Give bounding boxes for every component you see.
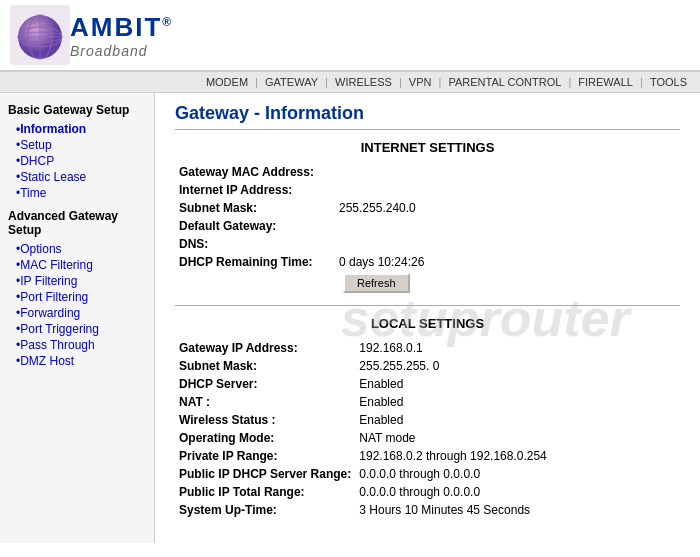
brand-sub: Broadband [70,43,148,59]
table-row: Gateway IP Address: 192.168.0.1 [175,339,680,357]
private-ip-range-value: 192.168.0.2 through 192.168.0.254 [355,447,680,465]
refresh-button[interactable]: Refresh [343,273,410,293]
private-ip-range-label: Private IP Range: [175,447,355,465]
dns-value [335,235,680,253]
gateway-ip-value: 192.168.0.1 [355,339,680,357]
sidebar-item-mac-filtering[interactable]: •MAC Filtering [8,257,146,273]
internet-settings-table: Gateway MAC Address: Internet IP Address… [175,163,680,295]
sidebar-basic-title: Basic Gateway Setup [8,103,146,117]
sidebar-item-time[interactable]: •Time [8,185,146,201]
local-subnet-value: 255.255.255. 0 [355,357,680,375]
nat-value: Enabled [355,393,680,411]
globe-icon [10,5,70,65]
gateway-mac-label: Gateway MAC Address: [175,163,335,181]
table-row: DHCP Server: Enabled [175,375,680,393]
wireless-status-value: Enabled [355,411,680,429]
sidebar-item-options[interactable]: •Options [8,241,146,257]
sidebar-item-dhcp[interactable]: •DHCP [8,153,146,169]
public-total-range-value: 0.0.0.0 through 0.0.0.0 [355,483,680,501]
table-row: Wireless Status : Enabled [175,411,680,429]
dhcp-server-label: DHCP Server: [175,375,355,393]
sidebar-item-setup[interactable]: •Setup [8,137,146,153]
sidebar-item-ip-filtering[interactable]: •IP Filtering [8,273,146,289]
brand-reg: ® [162,15,173,29]
table-row: Subnet Mask: 255.255.240.0 [175,199,680,217]
sidebar-advanced-title: Advanced GatewaySetup [8,209,146,237]
internet-settings-heading: INTERNET SETTINGS [175,140,680,155]
nav-tools[interactable]: TOOLS [650,76,687,88]
sidebar-item-information[interactable]: •Information [8,121,146,137]
sidebar-item-static-lease[interactable]: •Static Lease [8,169,146,185]
section-divider [175,305,680,306]
sidebar-item-pass-through[interactable]: •Pass Through [8,337,146,353]
local-subnet-label: Subnet Mask: [175,357,355,375]
operating-mode-label: Operating Mode: [175,429,355,447]
internet-ip-label: Internet IP Address: [175,181,335,199]
dhcp-remaining-value: 0 days 10:24:26 [335,253,680,271]
nav-vpn[interactable]: VPN [409,76,432,88]
table-row: NAT : Enabled [175,393,680,411]
nav-gateway[interactable]: GATEWAY [265,76,318,88]
table-row: Refresh [175,271,680,295]
dhcp-server-value: Enabled [355,375,680,393]
main-layout: Basic Gateway Setup •Information •Setup … [0,93,700,543]
sidebar-item-forwarding[interactable]: •Forwarding [8,305,146,321]
nav-parental-control[interactable]: PARENTAL CONTROL [448,76,561,88]
sidebar: Basic Gateway Setup •Information •Setup … [0,93,155,543]
table-row: Public IP Total Range: 0.0.0.0 through 0… [175,483,680,501]
nav-bar: MODEM | GATEWAY | WIRELESS | VPN | PAREN… [0,72,700,93]
uptime-value: 3 Hours 10 Minutes 45 Seconds [355,501,680,519]
wireless-status-label: Wireless Status : [175,411,355,429]
table-row: Default Gateway: [175,217,680,235]
default-gateway-label: Default Gateway: [175,217,335,235]
gateway-ip-label: Gateway IP Address: [175,339,355,357]
table-row: DHCP Remaining Time: 0 days 10:24:26 [175,253,680,271]
local-settings-heading: LOCAL SETTINGS [175,316,680,331]
internet-ip-value [335,181,680,199]
page-title: Gateway - Information [175,103,680,130]
public-dhcp-range-label: Public IP DHCP Server Range: [175,465,355,483]
table-row: Private IP Range: 192.168.0.2 through 19… [175,447,680,465]
nat-label: NAT : [175,393,355,411]
dns-label: DNS: [175,235,335,253]
uptime-label: System Up-Time: [175,501,355,519]
subnet-mask-value: 255.255.240.0 [335,199,680,217]
table-row: Operating Mode: NAT mode [175,429,680,447]
operating-mode-value: NAT mode [355,429,680,447]
header: AMBIT® Broadband [0,0,700,72]
sidebar-item-port-filtering[interactable]: •Port Filtering [8,289,146,305]
brand-name: AMBIT® [70,12,173,43]
content-area: setuprouter Gateway - Information INTERN… [155,93,700,543]
nav-modem[interactable]: MODEM [206,76,248,88]
default-gateway-value [335,217,680,235]
public-total-range-label: Public IP Total Range: [175,483,355,501]
nav-wireless[interactable]: WIRELESS [335,76,392,88]
brand-label: AMBIT [70,12,162,42]
logo-text: AMBIT® Broadband [70,12,173,59]
gateway-mac-value [335,163,680,181]
table-row: Public IP DHCP Server Range: 0.0.0.0 thr… [175,465,680,483]
dhcp-remaining-label: DHCP Remaining Time: [175,253,335,271]
sidebar-item-dmz-host[interactable]: •DMZ Host [8,353,146,369]
table-row: Gateway MAC Address: [175,163,680,181]
subnet-mask-label: Subnet Mask: [175,199,335,217]
table-row: Internet IP Address: [175,181,680,199]
public-dhcp-range-value: 0.0.0.0 through 0.0.0.0 [355,465,680,483]
table-row: Subnet Mask: 255.255.255. 0 [175,357,680,375]
table-row: DNS: [175,235,680,253]
nav-firewall[interactable]: FIREWALL [578,76,633,88]
table-row: System Up-Time: 3 Hours 10 Minutes 45 Se… [175,501,680,519]
sidebar-item-port-triggering[interactable]: •Port Triggering [8,321,146,337]
local-settings-table: Gateway IP Address: 192.168.0.1 Subnet M… [175,339,680,519]
